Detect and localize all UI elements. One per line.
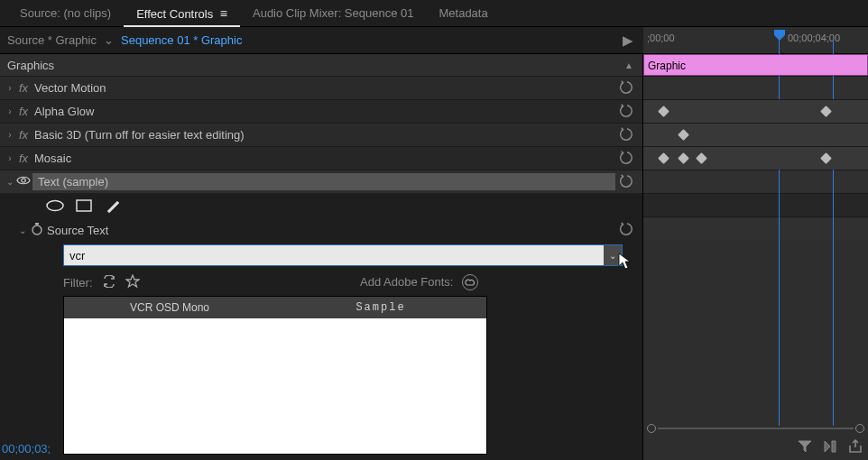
timeline-clip-graphic[interactable]: Graphic xyxy=(643,54,868,76)
keyframe-icon[interactable] xyxy=(658,152,669,164)
ellipse-mask-icon[interactable] xyxy=(45,198,65,213)
rectangle-mask-icon[interactable] xyxy=(74,198,94,213)
twirl-icon[interactable]: ⌄ xyxy=(18,225,27,235)
fx-badge-icon[interactable]: fx xyxy=(14,152,32,165)
keyframe-icon[interactable] xyxy=(820,152,832,164)
sequence-clip-label[interactable]: Sequence 01 * Graphic xyxy=(121,33,242,47)
collapse-up-icon[interactable]: ▲ xyxy=(624,60,633,70)
play-icon[interactable]: ▶ xyxy=(623,32,633,49)
effect-row-text[interactable]: ⌄ Text (sample) xyxy=(0,170,642,193)
font-search-field[interactable] xyxy=(64,249,604,262)
playhead-icon[interactable] xyxy=(773,29,786,41)
reset-icon[interactable] xyxy=(619,79,635,98)
effect-row-vector-motion[interactable]: › fx Vector Motion xyxy=(0,76,642,99)
stopwatch-icon[interactable] xyxy=(31,223,43,238)
keyframe-icon[interactable] xyxy=(678,129,689,141)
scroll-handle-left[interactable] xyxy=(647,424,656,433)
font-filter-row: Filter: Add Adobe Fonts: xyxy=(0,269,487,296)
fx-badge-icon[interactable]: fx xyxy=(14,81,32,95)
timecode-display[interactable]: 00;00;03; xyxy=(0,438,51,460)
tab-metadata[interactable]: Metadata xyxy=(426,0,500,27)
twirl-icon[interactable]: › xyxy=(5,153,14,163)
ruler-tick-0: ;00;00 xyxy=(647,32,675,43)
tab-source[interactable]: Source: (no clips) xyxy=(7,0,124,27)
source-text-label: Source Text xyxy=(47,224,108,237)
group-header-graphics[interactable]: Graphics ▲ xyxy=(0,54,642,76)
effect-label: Basic 3D (Turn off for easier text editi… xyxy=(32,128,245,142)
effect-row-basic-3d[interactable]: › fx Basic 3D (Turn off for easier text … xyxy=(0,123,642,146)
timeline-lane[interactable] xyxy=(643,123,868,146)
effect-label: Vector Motion xyxy=(32,81,106,95)
font-list-row[interactable]: VCR OSD Mono Sample xyxy=(64,297,486,318)
tab-audio-mixer[interactable]: Audio Clip Mixer: Sequence 01 xyxy=(240,0,427,27)
svg-point-3 xyxy=(32,225,42,235)
svg-point-0 xyxy=(22,179,25,182)
chevron-down-icon[interactable]: ⌄ xyxy=(104,33,114,47)
playhead-line xyxy=(779,40,780,426)
source-clip-label: Source * Graphic xyxy=(7,33,97,47)
fx-badge-icon[interactable]: fx xyxy=(14,128,32,142)
source-text-row[interactable]: ⌄ Source Text xyxy=(0,218,642,242)
reset-icon[interactable] xyxy=(619,103,635,122)
twirl-icon[interactable]: › xyxy=(5,106,14,116)
timeline-clip-label: Graphic xyxy=(648,60,686,72)
filter-funnel-icon[interactable] xyxy=(798,439,812,456)
add-adobe-fonts-label: Add Adobe Fonts: xyxy=(360,275,453,289)
keyframe-icon[interactable] xyxy=(696,152,707,164)
reset-icon[interactable] xyxy=(619,173,635,192)
timeline-lane[interactable] xyxy=(643,146,868,170)
out-line xyxy=(833,40,834,426)
twirl-icon[interactable]: › xyxy=(5,83,14,93)
favorite-star-icon[interactable] xyxy=(125,274,140,291)
panel-menu-icon[interactable]: ≡ xyxy=(220,6,227,21)
filter-label: Filter: xyxy=(63,276,93,290)
reset-icon[interactable] xyxy=(619,150,635,169)
effect-label: Alpha Glow xyxy=(32,105,94,118)
timeline-scrollbar[interactable] xyxy=(647,422,864,435)
font-name-cell: VCR OSD Mono xyxy=(64,297,275,318)
tab-effect-controls-label: Effect Controls xyxy=(136,7,213,21)
tab-effect-controls[interactable]: Effect Controls ≡ xyxy=(124,0,240,27)
group-header-label: Graphics xyxy=(7,59,54,72)
svg-point-1 xyxy=(47,201,63,211)
scroll-handle-right[interactable] xyxy=(855,424,864,433)
svg-rect-2 xyxy=(77,200,91,211)
effect-row-alpha-glow[interactable]: › fx Alpha Glow xyxy=(0,99,642,123)
reset-icon[interactable] xyxy=(619,126,635,145)
scroll-track[interactable] xyxy=(658,428,854,429)
export-icon[interactable] xyxy=(848,439,863,456)
twirl-icon[interactable]: › xyxy=(5,130,14,140)
timeline-ruler[interactable]: ;00;00 00;00;04;00 xyxy=(643,27,868,54)
pen-mask-icon[interactable] xyxy=(103,198,123,213)
effect-label: Mosaic xyxy=(32,152,71,165)
mask-shape-row xyxy=(0,193,642,218)
twirl-icon[interactable]: ⌄ xyxy=(5,177,14,187)
svg-rect-4 xyxy=(35,223,39,225)
step-forward-icon[interactable] xyxy=(823,439,837,456)
cursor-icon xyxy=(618,253,633,274)
timeline-lane[interactable] xyxy=(643,99,868,123)
font-search-input[interactable]: ⌄ xyxy=(63,244,623,266)
creative-cloud-icon xyxy=(462,274,478,290)
effect-label-selected: Text (sample) xyxy=(32,173,615,190)
keyframe-icon[interactable] xyxy=(820,106,832,117)
font-list-body xyxy=(64,318,486,454)
reset-icon[interactable] xyxy=(619,221,635,240)
add-adobe-fonts[interactable]: Add Adobe Fonts: xyxy=(360,274,478,290)
visibility-eye-icon[interactable] xyxy=(14,175,32,189)
keyframe-icon[interactable] xyxy=(658,106,669,117)
filter-sync-icon[interactable] xyxy=(102,275,116,290)
effect-row-mosaic[interactable]: › fx Mosaic xyxy=(0,146,642,170)
font-sample-cell: Sample xyxy=(275,297,486,318)
font-dropdown-list: VCR OSD Mono Sample xyxy=(63,296,487,455)
fx-badge-icon[interactable]: fx xyxy=(14,105,32,118)
keyframe-icon[interactable] xyxy=(678,152,689,164)
